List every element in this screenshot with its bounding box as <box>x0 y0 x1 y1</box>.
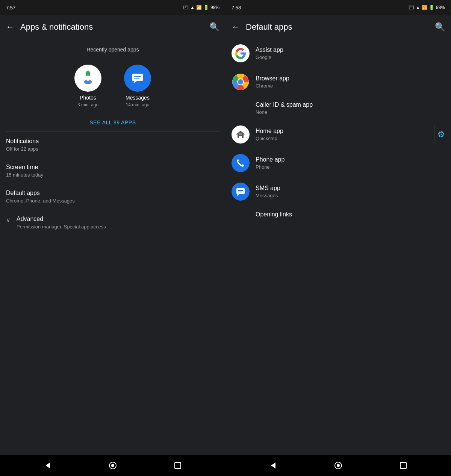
back-triangle-icon <box>43 461 52 470</box>
svg-rect-6 <box>132 74 143 81</box>
opening-links-item[interactable]: Opening links <box>226 206 451 224</box>
chevron-down-icon: ∨ <box>6 216 11 224</box>
battery-percent-r: 98% <box>436 5 445 10</box>
browser-app-text: Browser app Chrome <box>256 75 445 89</box>
left-nav-bar <box>0 455 226 476</box>
assist-app-item[interactable]: Assist app Google <box>226 39 451 68</box>
phone-icon-circle <box>232 154 250 172</box>
photos-app-name: Photos <box>80 95 96 101</box>
chrome-icon <box>232 74 249 90</box>
left-time: 7:57 <box>6 5 15 11</box>
advanced-item[interactable]: ∨ Advanced Permission manager, Special a… <box>0 210 226 236</box>
left-screen-content: Recently opened apps <box>0 39 226 455</box>
svg-rect-15 <box>236 188 245 194</box>
left-back-button[interactable]: ← <box>6 22 14 32</box>
signal-icon-r: 📶 <box>422 5 427 10</box>
default-apps-subtitle: Chrome, Phone, and Messages <box>6 198 219 204</box>
right-time: 7:58 <box>232 5 241 11</box>
right-back-button[interactable]: ← <box>232 22 240 32</box>
sms-icon <box>235 186 246 197</box>
notifications-item[interactable]: Notifications Off for 22 apps <box>0 132 226 158</box>
sms-app-text: SMS app Messages <box>256 185 445 198</box>
sms-app-name: SMS app <box>256 185 445 192</box>
left-back-nav[interactable] <box>40 458 55 473</box>
left-home-nav[interactable] <box>105 458 120 473</box>
right-status-icons: 📳 ▲ 📶 🔋 98% <box>409 5 445 10</box>
vibrate-icon: 📳 <box>183 5 189 10</box>
svg-point-5 <box>85 76 91 81</box>
home-app-divider <box>434 125 434 144</box>
left-recents-nav[interactable] <box>170 458 185 473</box>
recent-app-photos[interactable]: Photos 3 min. ago <box>74 65 101 107</box>
wifi-icon-r: ▲ <box>416 5 420 10</box>
recently-opened-header: Recently opened apps <box>0 39 226 59</box>
sms-app-value: Messages <box>256 193 445 198</box>
phone-app-item[interactable]: Phone app Phone <box>226 149 451 177</box>
phone-app-value: Phone <box>256 164 445 170</box>
svg-marker-19 <box>45 462 50 468</box>
recent-app-messages[interactable]: Messages 14 min. ago <box>124 65 151 107</box>
home-icon <box>235 129 246 140</box>
left-status-icons: 📳 ▲ 📶 🔋 98% <box>183 5 219 10</box>
messages-icon <box>130 71 145 86</box>
home-app-item[interactable]: Home app Quickstep ⚙ <box>226 120 451 149</box>
screen-time-title: Screen time <box>6 164 219 171</box>
right-screen: ← Default apps 🔍 Assist app Google <box>226 15 451 455</box>
home-app-text: Home app Quickstep <box>256 128 431 141</box>
caller-id-item[interactable]: Caller ID & spam app None <box>226 96 451 120</box>
screen-time-item[interactable]: Screen time 15 minutes today <box>0 158 226 184</box>
opening-links-name: Opening links <box>256 211 445 218</box>
messages-app-time: 14 min. ago <box>126 102 150 107</box>
phone-app-name: Phone app <box>256 156 445 163</box>
svg-point-21 <box>111 464 114 467</box>
battery-icon-r: 🔋 <box>429 5 434 10</box>
photos-icon <box>80 70 96 86</box>
right-page-title: Default apps <box>246 22 435 32</box>
battery-icon: 🔋 <box>203 5 209 10</box>
back-triangle-icon-r <box>269 461 278 470</box>
browser-app-item[interactable]: Browser app Chrome <box>226 68 451 96</box>
right-status-bar: 7:58 📳 ▲ 📶 🔋 98% <box>226 0 451 15</box>
vibrate-icon-r: 📳 <box>409 5 414 10</box>
phone-icon <box>235 158 246 168</box>
home-app-value: Quickstep <box>256 136 431 141</box>
right-back-nav[interactable] <box>266 458 281 473</box>
left-search-icon[interactable]: 🔍 <box>209 22 219 32</box>
photos-app-time: 3 min. ago <box>77 102 98 107</box>
sms-app-item[interactable]: SMS app Messages <box>226 177 451 206</box>
see-all-button[interactable]: SEE ALL 89 APPS <box>0 113 226 131</box>
right-search-icon[interactable]: 🔍 <box>435 22 445 32</box>
right-screen-content: Assist app Google <box>226 39 451 455</box>
advanced-subtitle: Permission manager, Special app access <box>17 224 106 230</box>
right-home-nav[interactable] <box>331 458 346 473</box>
google-g-icon <box>235 48 246 59</box>
svg-rect-22 <box>175 462 181 468</box>
assist-app-name: Assist app <box>256 47 445 53</box>
opening-links-text: Opening links <box>256 211 445 219</box>
notifications-subtitle: Off for 22 apps <box>6 146 219 152</box>
default-apps-item[interactable]: Default apps Chrome, Phone, and Messages <box>0 184 226 210</box>
svg-rect-26 <box>400 462 406 468</box>
svg-marker-7 <box>133 81 137 83</box>
chrome-icon-circle <box>232 73 250 91</box>
notifications-title: Notifications <box>6 138 219 145</box>
caller-id-name: Caller ID & spam app <box>256 101 445 108</box>
browser-app-name: Browser app <box>256 75 445 82</box>
left-status-bar: 7:57 📳 ▲ 📶 🔋 98% <box>0 0 226 15</box>
home-app-gear-icon[interactable]: ⚙ <box>437 130 445 139</box>
left-screen: ← Apps & notifications 🔍 Recently opened… <box>0 15 226 455</box>
svg-point-13 <box>238 79 243 85</box>
advanced-title: Advanced <box>17 216 106 222</box>
right-recents-nav[interactable] <box>396 458 411 473</box>
left-top-bar: ← Apps & notifications 🔍 <box>0 15 226 39</box>
home-app-name: Home app <box>256 128 431 134</box>
svg-rect-18 <box>238 192 242 192</box>
messages-icon-circle <box>124 65 151 92</box>
signal-icon: 📶 <box>196 5 202 10</box>
browser-app-value: Chrome <box>256 83 445 89</box>
default-apps-title: Default apps <box>6 190 219 196</box>
screen-time-subtitle: 15 minutes today <box>6 172 219 178</box>
left-page-title: Apps & notifications <box>20 22 209 32</box>
svg-rect-17 <box>238 190 243 191</box>
wifi-icon: ▲ <box>190 5 195 10</box>
